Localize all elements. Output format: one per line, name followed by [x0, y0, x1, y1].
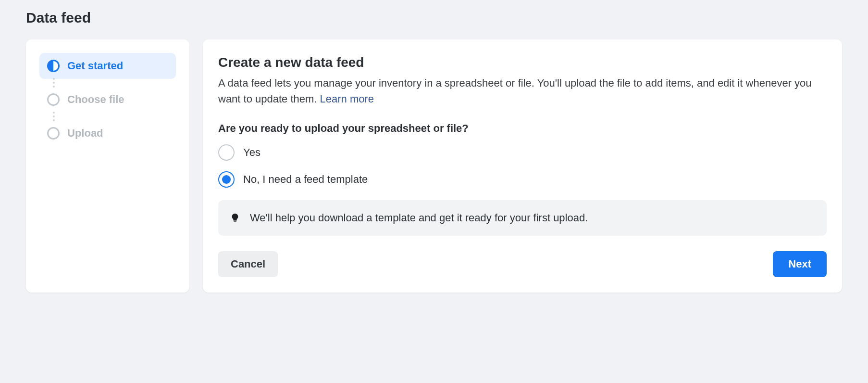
step-label: Upload [67, 127, 103, 140]
description-text: A data feed lets you manage your invento… [218, 77, 812, 105]
info-box: We'll help you download a template and g… [218, 200, 827, 236]
question-label: Are you ready to upload your spreadsheet… [218, 122, 827, 135]
lightbulb-icon [230, 213, 240, 223]
main-heading: Create a new data feed [218, 55, 827, 70]
step-get-started[interactable]: Get started [39, 53, 176, 79]
button-row: Cancel Next [218, 251, 827, 277]
learn-more-link[interactable]: Learn more [320, 93, 374, 105]
radio-icon [218, 171, 235, 188]
step-list: Get started Choose file Upload [39, 53, 176, 146]
main-description: A data feed lets you manage your invento… [218, 75, 827, 107]
main-panel: Create a new data feed A data feed lets … [203, 39, 842, 293]
next-button[interactable]: Next [773, 251, 827, 277]
layout: Get started Choose file Upload Create a … [26, 39, 842, 293]
info-text: We'll help you download a template and g… [250, 212, 588, 224]
radio-icon [218, 144, 235, 161]
step-upload[interactable]: Upload [39, 120, 176, 146]
radio-option-no-template[interactable]: No, I need a feed template [218, 171, 827, 188]
radio-label: No, I need a feed template [243, 173, 368, 186]
step-label: Get started [67, 60, 123, 72]
half-circle-icon [47, 60, 60, 72]
radio-group: Yes No, I need a feed template [218, 144, 827, 188]
circle-icon [47, 127, 60, 140]
radio-option-yes[interactable]: Yes [218, 144, 827, 161]
page-title: Data feed [26, 10, 842, 26]
sidebar: Get started Choose file Upload [26, 39, 189, 293]
cancel-button[interactable]: Cancel [218, 251, 278, 277]
step-label: Choose file [67, 93, 124, 106]
radio-label: Yes [243, 146, 260, 159]
circle-icon [47, 93, 60, 106]
step-choose-file[interactable]: Choose file [39, 87, 176, 113]
